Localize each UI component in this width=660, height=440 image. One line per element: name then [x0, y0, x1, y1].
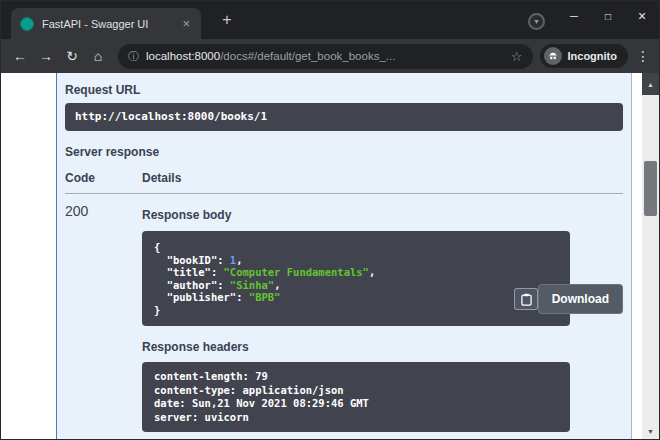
- response-body-wrap: { "bookID": 1, "title": "Computer Fundam…: [142, 231, 623, 326]
- page-content: Request URL http://localhost:8000/books/…: [1, 73, 659, 439]
- tab-title: FastAPI - Swagger UI: [42, 18, 180, 30]
- response-headers-code: content-length: 79content-type: applicat…: [142, 362, 570, 432]
- scroll-down-icon[interactable]: ▼: [642, 423, 659, 439]
- url-text: localhost:8000/docs#/default/get_book_bo…: [146, 50, 505, 62]
- server-response-table: Code Details 200 Response body { "bookID…: [65, 171, 623, 432]
- server-response-label: Server response: [65, 145, 623, 159]
- address-bar[interactable]: ⓘ localhost:8000/docs#/default/get_book_…: [118, 44, 533, 69]
- response-body-code: { "bookID": 1, "title": "Computer Fundam…: [142, 231, 570, 326]
- response-table-row: 200 Response body { "bookID": 1, "title"…: [65, 194, 623, 432]
- clipboard-icon: [521, 293, 532, 306]
- forward-button[interactable]: →: [33, 48, 59, 64]
- maximize-button[interactable]: □: [591, 1, 625, 31]
- response-table-header: Code Details: [65, 171, 623, 194]
- copy-to-clipboard-button[interactable]: [514, 288, 538, 310]
- tab-close-icon[interactable]: ×: [180, 16, 192, 31]
- response-details-cell: Response body { "bookID": 1, "title": "C…: [142, 203, 623, 432]
- browser-tab[interactable]: FastAPI - Swagger UI ×: [11, 8, 201, 39]
- response-headers-label: Response headers: [142, 340, 623, 354]
- tab-bar: FastAPI - Swagger UI × + ▾ ─ □ ×: [1, 1, 659, 39]
- request-url-label: Request URL: [65, 83, 623, 97]
- incognito-badge: Incognito: [540, 44, 629, 68]
- close-window-button[interactable]: ×: [625, 1, 659, 31]
- incognito-icon: [544, 47, 562, 65]
- home-button[interactable]: ⌂: [85, 48, 111, 64]
- status-code: 200: [65, 203, 142, 432]
- reload-button[interactable]: ↻: [59, 48, 85, 64]
- page-info-icon[interactable]: ⓘ: [128, 49, 139, 64]
- code-column-header: Code: [65, 171, 142, 185]
- response-body-label: Response body: [142, 208, 623, 222]
- navigation-bar: ← → ↻ ⌂ ⓘ localhost:8000/docs#/default/g…: [1, 39, 659, 73]
- vertical-scrollbar[interactable]: ▲ ▼: [642, 73, 659, 439]
- minimize-button[interactable]: ─: [557, 1, 591, 31]
- request-url-value: http://localhost:8000/books/1: [65, 103, 623, 131]
- url-host: localhost:8000: [146, 50, 220, 62]
- browser-menu-button[interactable]: ⋮: [633, 48, 653, 64]
- details-column-header: Details: [142, 171, 623, 185]
- browser-window: FastAPI - Swagger UI × + ▾ ─ □ × ← → ↻ ⌂…: [0, 0, 660, 440]
- url-path: /docs#/default/get_book_books_...: [220, 50, 395, 62]
- download-button[interactable]: Download: [538, 284, 623, 314]
- scrollbar-thumb[interactable]: [644, 161, 657, 216]
- tab-search-button[interactable]: ▾: [528, 13, 545, 30]
- back-button[interactable]: ←: [7, 48, 33, 64]
- bookmark-star-icon[interactable]: ☆: [511, 49, 523, 64]
- incognito-label: Incognito: [568, 50, 618, 62]
- fastapi-favicon-icon: [20, 17, 34, 31]
- new-tab-button[interactable]: +: [217, 11, 237, 29]
- swagger-get-opblock: Request URL http://localhost:8000/books/…: [56, 73, 632, 440]
- scroll-up-icon[interactable]: ▲: [642, 73, 659, 95]
